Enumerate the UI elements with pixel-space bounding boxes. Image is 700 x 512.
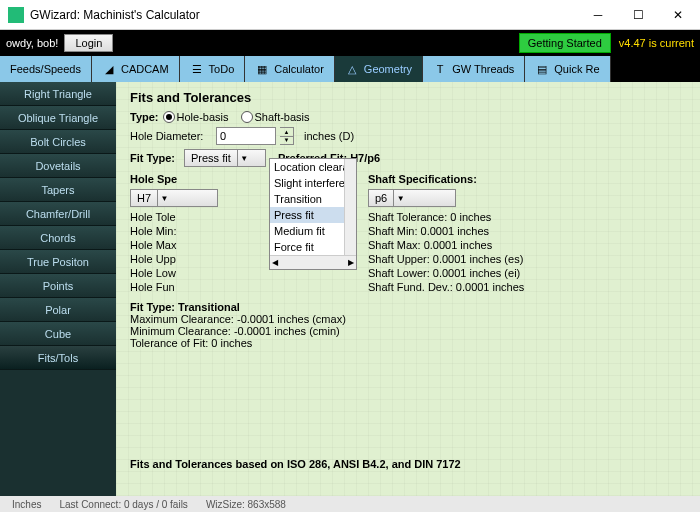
- dropdown-hscroll[interactable]: ◀▶: [270, 255, 356, 269]
- tab-geometry[interactable]: △Geometry: [335, 56, 423, 82]
- hole-spec-line: Hole Upp: [130, 253, 218, 265]
- hole-spec-line: Hole Tole: [130, 211, 218, 223]
- hole-diameter-label: Hole Diameter:: [130, 130, 212, 142]
- maximize-button[interactable]: ☐: [624, 5, 652, 25]
- shaft-spec-line: Shaft Tolerance: 0 inches: [368, 211, 524, 223]
- sidebar: Right Triangle Oblique Triangle Bolt Cir…: [0, 82, 116, 496]
- tab-todo[interactable]: ☰ToDo: [180, 56, 246, 82]
- shaft-specs: Shaft Specifications: p6▼ Shaft Toleranc…: [368, 173, 524, 295]
- page-heading: Fits and Tolerances: [130, 90, 686, 105]
- shaft-combo[interactable]: p6▼: [368, 189, 456, 207]
- close-button[interactable]: ✕: [664, 5, 692, 25]
- summary-line: Tolerance of Fit: 0 inches: [130, 337, 686, 349]
- shaft-spec-line: Shaft Fund. Dev.: 0.0001 inches: [368, 281, 524, 293]
- top-bar: owdy, bob! Login Getting Started v4.47 i…: [0, 30, 700, 56]
- footer-note: Fits and Tolerances based on ISO 286, AN…: [130, 458, 461, 470]
- hole-diameter-input[interactable]: [216, 127, 276, 145]
- chevron-down-icon[interactable]: ▼: [393, 190, 407, 206]
- main-area: Right Triangle Oblique Triangle Bolt Cir…: [0, 82, 700, 496]
- sidebar-item-polar[interactable]: Polar: [0, 298, 116, 322]
- geometry-icon: △: [345, 62, 359, 76]
- threads-icon: T: [433, 62, 447, 76]
- hole-diameter-spinner[interactable]: ▲▼: [280, 127, 294, 145]
- cadcam-icon: ◢: [102, 62, 116, 76]
- content-panel: Fits and Tolerances Type: Hole-basis Sha…: [116, 82, 700, 496]
- todo-icon: ☰: [190, 62, 204, 76]
- window-title: GWizard: Machinist's Calculator: [30, 8, 584, 22]
- hole-diameter-row: Hole Diameter: ▲▼ inches (D): [130, 127, 686, 145]
- radio-shaft-basis[interactable]: Shaft-basis: [241, 111, 310, 123]
- tab-gw-threads[interactable]: TGW Threads: [423, 56, 525, 82]
- status-units: Inches: [12, 499, 41, 510]
- app-icon: [8, 7, 24, 23]
- radio-hole-basis[interactable]: Hole-basis: [163, 111, 229, 123]
- greeting: owdy, bob!: [6, 37, 58, 49]
- fit-type-row: Fit Type: Press fit▼ Preferred Fit: H7/p…: [130, 149, 686, 167]
- sidebar-item-tapers[interactable]: Tapers: [0, 178, 116, 202]
- summary-line: Maximum Clearance: -0.0001 inches (cmax): [130, 313, 686, 325]
- sidebar-item-oblique-triangle[interactable]: Oblique Triangle: [0, 106, 116, 130]
- sidebar-item-chamfer-drill[interactable]: Chamfer/Drill: [0, 202, 116, 226]
- tab-bar: Feeds/Speeds ◢CADCAM ☰ToDo ▦Calculator △…: [0, 56, 700, 82]
- shaft-spec-line: Shaft Upper: 0.0001 inches (es): [368, 253, 524, 265]
- tab-calculator[interactable]: ▦Calculator: [245, 56, 335, 82]
- specs-area: Hole Spe H7▼ Hole Tole Hole Min: Hole Ma…: [130, 173, 686, 295]
- quickref-icon: ▤: [535, 62, 549, 76]
- sidebar-item-chords[interactable]: Chords: [0, 226, 116, 250]
- fit-type-combo[interactable]: Press fit▼: [184, 149, 266, 167]
- hole-spec-line: Hole Max: [130, 239, 218, 251]
- hole-spec-line: Hole Fun: [130, 281, 218, 293]
- status-wizsize: WizSize: 863x588: [206, 499, 286, 510]
- sidebar-item-right-triangle[interactable]: Right Triangle: [0, 82, 116, 106]
- shaft-specs-header: Shaft Specifications:: [368, 173, 524, 185]
- sidebar-item-bolt-circles[interactable]: Bolt Circles: [0, 130, 116, 154]
- status-bar: Inches Last Connect: 0 days / 0 fails Wi…: [0, 496, 700, 512]
- shaft-spec-line: Shaft Lower: 0.0001 inches (ei): [368, 267, 524, 279]
- summary-line: Minimum Clearance: -0.0001 inches (cmin): [130, 325, 686, 337]
- calculator-icon: ▦: [255, 62, 269, 76]
- dropdown-vscroll[interactable]: [344, 159, 356, 255]
- hole-specs-header: Hole Spe: [130, 173, 218, 185]
- status-connect: Last Connect: 0 days / 0 fails: [59, 499, 187, 510]
- sidebar-item-fits-tols[interactable]: Fits/Tols: [0, 346, 116, 370]
- shaft-spec-line: Shaft Max: 0.0001 inches: [368, 239, 524, 251]
- hole-combo[interactable]: H7▼: [130, 189, 218, 207]
- hole-spec-line: Hole Low: [130, 267, 218, 279]
- shaft-spec-line: Shaft Min: 0.0001 inches: [368, 225, 524, 237]
- fit-type-label: Fit Type:: [130, 152, 180, 164]
- hole-specs: Hole Spe H7▼ Hole Tole Hole Min: Hole Ma…: [130, 173, 218, 295]
- getting-started-button[interactable]: Getting Started: [519, 33, 611, 53]
- tab-cadcam[interactable]: ◢CADCAM: [92, 56, 180, 82]
- sidebar-item-true-position[interactable]: True Positon: [0, 250, 116, 274]
- tab-quick-ref[interactable]: ▤Quick Re: [525, 56, 610, 82]
- hole-diameter-unit: inches (D): [304, 130, 354, 142]
- chevron-down-icon[interactable]: ▼: [157, 190, 171, 206]
- hole-spec-line: Hole Min:: [130, 225, 218, 237]
- fit-type-dropdown[interactable]: Location clearance Slight interference T…: [269, 158, 357, 270]
- tab-feeds-speeds[interactable]: Feeds/Speeds: [0, 56, 92, 82]
- window-controls: ─ ☐ ✕: [584, 5, 692, 25]
- summary-fit-type: Fit Type: Transitional: [130, 301, 686, 313]
- minimize-button[interactable]: ─: [584, 5, 612, 25]
- summary-block: Fit Type: Transitional Maximum Clearance…: [130, 301, 686, 349]
- chevron-down-icon[interactable]: ▼: [237, 150, 251, 166]
- version-label: v4.47 is current: [619, 37, 694, 49]
- type-row: Type: Hole-basis Shaft-basis: [130, 111, 686, 123]
- sidebar-item-points[interactable]: Points: [0, 274, 116, 298]
- login-button[interactable]: Login: [64, 34, 113, 52]
- sidebar-item-dovetails[interactable]: Dovetails: [0, 154, 116, 178]
- title-bar: GWizard: Machinist's Calculator ─ ☐ ✕: [0, 0, 700, 30]
- type-label: Type:: [130, 111, 159, 123]
- sidebar-item-cube[interactable]: Cube: [0, 322, 116, 346]
